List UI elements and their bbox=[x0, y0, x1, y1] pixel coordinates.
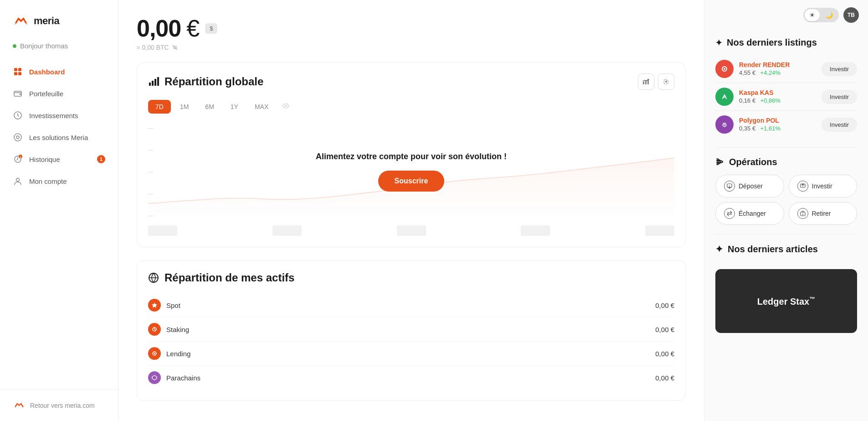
asset-parachains: Parachains 0,00 € bbox=[148, 366, 674, 390]
svg-point-28 bbox=[720, 93, 729, 101]
sidebar-item-dashboard[interactable]: Dashboard bbox=[0, 61, 118, 83]
render-name: Render RENDER bbox=[739, 61, 822, 68]
chart-view-toggle-btn[interactable] bbox=[638, 73, 654, 90]
sidebar-greeting: Bonjour thomas bbox=[0, 38, 118, 57]
articles-section: ✦ Nos derniers articles bbox=[704, 236, 868, 269]
sidebar-item-portefeuille[interactable]: Portefeuille bbox=[0, 83, 118, 104]
tab-6m[interactable]: 6M bbox=[198, 100, 221, 114]
articles-icon: ✦ bbox=[715, 244, 723, 255]
sidebar-item-investissements[interactable]: Investissements bbox=[0, 104, 118, 126]
polygon-name: Polygon POL bbox=[739, 117, 822, 124]
sidebar-item-solutions[interactable]: Les solutions Meria bbox=[0, 126, 118, 148]
back-to-site[interactable]: Retour vers meria.com bbox=[0, 390, 118, 421]
kaspa-change: +0,86% bbox=[760, 97, 781, 104]
polygon-invest-btn[interactable]: Investir bbox=[822, 118, 857, 132]
back-to-site-label: Retour vers meria.com bbox=[30, 402, 95, 409]
sun-icon: ☀ bbox=[809, 11, 815, 19]
spot-label: Spot bbox=[166, 301, 655, 309]
main-content: 0,00 € $ ≈ 0,00 BTC Répartition globale bbox=[118, 0, 704, 421]
listing-render: Render RENDER 4,55 € +4,24% Investir bbox=[715, 55, 857, 83]
moon-icon: 🌙 bbox=[825, 11, 833, 19]
polygon-change: +1,61% bbox=[760, 125, 781, 132]
sidebar-item-compte[interactable]: Mon compte bbox=[0, 170, 118, 192]
parachains-label: Parachains bbox=[166, 374, 655, 382]
svg-rect-15 bbox=[154, 79, 156, 86]
echanger-btn[interactable]: Échanger bbox=[715, 202, 784, 225]
solutions-icon bbox=[13, 132, 23, 142]
kaspa-icon bbox=[715, 88, 734, 106]
theme-dark-btn[interactable]: 🌙 bbox=[821, 9, 837, 21]
assets-title-text: Répartition de mes actifs bbox=[164, 271, 294, 284]
chart-options-icon bbox=[663, 78, 670, 85]
articles-title: ✦ Nos derniers articles bbox=[715, 244, 857, 255]
render-invest-btn[interactable]: Investir bbox=[822, 62, 857, 76]
render-info: Render RENDER 4,55 € +4,24% bbox=[739, 61, 822, 77]
x-label-4 bbox=[521, 225, 550, 236]
deposer-btn[interactable]: Déposer bbox=[715, 175, 784, 198]
retirer-label: Retirer bbox=[812, 210, 831, 217]
chart-options-btn[interactable] bbox=[658, 73, 674, 90]
kaspa-price-row: 0,16 € +0,86% bbox=[739, 96, 822, 104]
account-icon bbox=[13, 176, 23, 186]
theme-light-btn[interactable]: ☀ bbox=[805, 9, 820, 21]
investir-op-icon bbox=[797, 181, 808, 192]
historique-label: Historique bbox=[29, 156, 60, 163]
lending-value: 0,00 € bbox=[655, 350, 674, 358]
kaspa-invest-btn[interactable]: Investir bbox=[822, 90, 857, 104]
listings-title-text: Nos derniers listings bbox=[727, 37, 817, 48]
svg-text:1: 1 bbox=[20, 156, 21, 158]
tab-7d[interactable]: 7D bbox=[148, 100, 171, 114]
deposer-icon bbox=[724, 181, 735, 192]
x-label-3 bbox=[397, 225, 426, 236]
parachains-icon bbox=[148, 371, 161, 384]
operations-section: ⫸ Opérations Déposer Investir Échan bbox=[704, 150, 868, 232]
listings-divider bbox=[715, 147, 857, 148]
subscribe-button[interactable]: Souscrire bbox=[378, 171, 445, 192]
tab-1m[interactable]: 1M bbox=[173, 100, 196, 114]
polygon-price-row: 0,35 € +1,61% bbox=[739, 124, 822, 132]
dashboard-label: Dashboard bbox=[29, 68, 65, 76]
render-change: +4,24% bbox=[760, 69, 781, 76]
tab-1y[interactable]: 1Y bbox=[223, 100, 246, 114]
chart-header: Répartition globale bbox=[148, 73, 674, 90]
svg-rect-14 bbox=[152, 81, 154, 86]
svg-rect-3 bbox=[18, 72, 21, 75]
deposer-label: Déposer bbox=[739, 182, 763, 190]
svg-rect-1 bbox=[18, 68, 21, 71]
operations-title-text: Opérations bbox=[729, 157, 777, 167]
spot-value: 0,00 € bbox=[655, 301, 674, 309]
render-ticker: RENDER bbox=[763, 61, 790, 68]
article-thumbnail[interactable]: Ledger Stax™ bbox=[715, 269, 857, 333]
history-icon: 1 bbox=[13, 154, 23, 164]
articles-title-text: Nos derniers articles bbox=[728, 244, 818, 255]
staking-label: Staking bbox=[166, 326, 655, 333]
render-icon bbox=[715, 60, 734, 78]
asset-staking: Staking 0,00 € bbox=[148, 317, 674, 342]
article-thumbnail-text: Ledger Stax™ bbox=[750, 288, 822, 314]
chart-title-text: Répartition globale bbox=[164, 75, 263, 88]
polygon-icon bbox=[715, 115, 734, 134]
time-tabs: 7D 1M 6M 1Y MAX bbox=[148, 99, 674, 114]
svg-point-7 bbox=[14, 134, 21, 141]
svg-rect-2 bbox=[14, 72, 17, 75]
tab-max[interactable]: MAX bbox=[247, 100, 276, 114]
sidebar-item-historique[interactable]: 1 Historique 1 bbox=[0, 148, 118, 170]
svg-rect-16 bbox=[157, 77, 159, 86]
theme-toggle: ☀ 🌙 bbox=[803, 8, 839, 22]
parachains-value: 0,00 € bbox=[655, 374, 674, 382]
staking-value: 0,00 € bbox=[655, 326, 674, 333]
polygon-info: Polygon POL 0,35 € +1,61% bbox=[739, 117, 822, 132]
chart-toggle-icon bbox=[642, 78, 650, 85]
historique-badge: 1 bbox=[97, 155, 105, 163]
spot-icon bbox=[148, 299, 161, 312]
echanger-label: Échanger bbox=[739, 210, 766, 217]
tab-eye-btn[interactable] bbox=[277, 99, 294, 114]
asset-lending: Lending 0,00 € bbox=[148, 342, 674, 366]
investir-op-btn[interactable]: Investir bbox=[789, 175, 858, 198]
user-avatar[interactable]: TB bbox=[843, 7, 859, 23]
svg-rect-0 bbox=[14, 68, 17, 71]
portefeuille-label: Portefeuille bbox=[29, 90, 63, 98]
retirer-btn[interactable]: Retirer bbox=[789, 202, 858, 225]
polygon-price: 0,35 € bbox=[739, 125, 755, 132]
x-label-2 bbox=[272, 225, 302, 236]
